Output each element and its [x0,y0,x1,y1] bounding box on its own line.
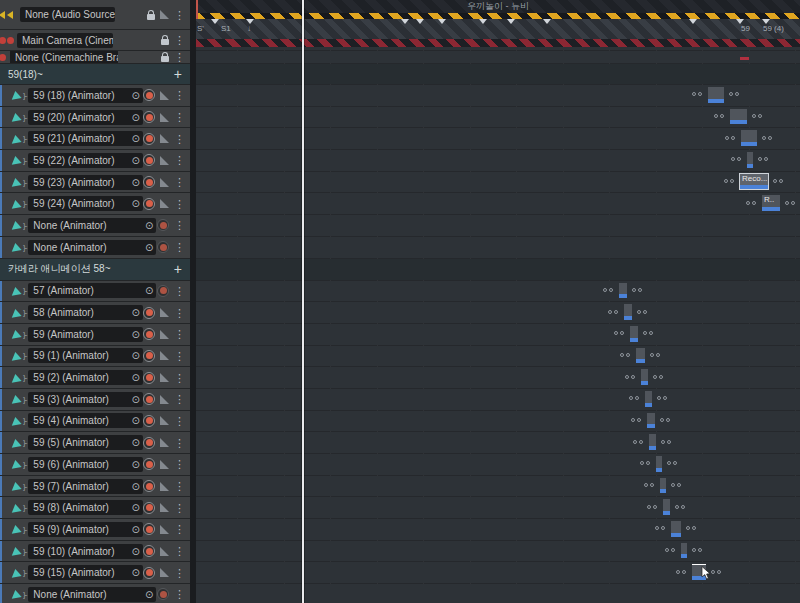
track-row-anim[interactable]: }-59 (1) (Animator)⊙⋮ [0,346,190,367]
track-row-anim[interactable]: }-59 (10) (Animator)⊙⋮ [0,541,190,562]
track-name-field[interactable]: None (Cinemachine Brair⊙ [10,51,118,63]
track-name-field[interactable]: None (Animator)⊙ [28,587,156,602]
timeline-track-row[interactable] [196,0,800,29]
add-track-button[interactable]: + [174,66,190,82]
kebab-menu-icon[interactable]: ⋮ [174,155,185,165]
timeline-track-row[interactable] [196,584,800,603]
curves-icon[interactable] [160,503,169,512]
timeline-clip[interactable] [656,456,662,472]
track-name-field[interactable]: 59 (18) (Animator)⊙ [28,88,143,103]
kebab-menu-icon[interactable]: ⋮ [174,438,185,448]
curves-icon[interactable] [160,199,169,208]
add-track-button[interactable]: + [174,261,190,277]
record-icon[interactable] [157,241,169,253]
track-row-anim[interactable]: }-59 (20) (Animator)⊙⋮ [0,107,190,128]
track-name-field[interactable]: 59 (3) (Animator)⊙ [28,392,143,407]
curves-icon[interactable] [160,568,169,577]
pick-object-icon[interactable]: ⊙ [128,394,140,405]
track-row-anim[interactable]: }-59 (9) (Animator)⊙⋮ [0,519,190,540]
record-icon[interactable] [143,372,155,384]
record-icon[interactable] [143,437,155,449]
timeline-clip[interactable] [681,543,687,559]
timeline-track-row[interactable] [196,128,800,149]
timeline-track-row[interactable] [196,389,800,410]
track-name-field[interactable]: 59 (7) (Animator)⊙ [28,479,143,494]
pick-object-icon[interactable]: ⊙ [128,307,140,318]
pick-object-icon[interactable]: ⊙ [141,242,153,253]
record-icon[interactable] [143,415,155,427]
record-icon[interactable] [143,545,155,557]
track-row-anim[interactable]: }-59 (4) (Animator)⊙⋮ [0,411,190,432]
timeline-track-row[interactable] [196,85,800,106]
kebab-menu-icon[interactable]: ⋮ [174,416,185,426]
track-name-field[interactable]: 59 (22) (Animator)⊙ [28,153,143,168]
timeline-track-row[interactable] [196,150,800,171]
curves-icon[interactable] [160,438,169,447]
timeline-track-row[interactable] [196,324,800,345]
record-icon[interactable] [143,567,155,579]
pick-object-icon[interactable]: ⊙ [128,567,140,578]
kebab-menu-icon[interactable]: ⋮ [174,373,185,383]
timeline-clip[interactable]: R.. [762,195,780,211]
track-name-field[interactable]: 59 (15) (Animator)⊙ [28,565,143,580]
track-name-field[interactable]: 59 (24) (Animator)⊙ [28,196,143,211]
track-name-field[interactable]: 59 (20) (Animator)⊙ [28,110,143,125]
timeline-group-row[interactable] [196,259,800,280]
curves-icon[interactable] [160,113,169,122]
kebab-menu-icon[interactable]: ⋮ [174,568,185,578]
track-row-cine[interactable]: None (Cinemachine Brair⊙⋮ [0,51,190,63]
lock-icon[interactable] [147,14,155,20]
timeline-track-row[interactable] [196,497,800,518]
playhead[interactable] [302,0,304,603]
curves-icon[interactable] [160,330,169,339]
pick-object-icon[interactable]: ⊙ [128,133,140,144]
timeline-track-row[interactable] [196,107,800,128]
track-name-field[interactable]: None (Audio Source)⊙ [20,7,115,22]
timeline-clip[interactable] [645,391,652,407]
timeline-track-row[interactable] [196,51,800,63]
track-row-anim[interactable]: }-None (Animator)⊙⋮ [0,215,190,236]
curves-icon[interactable] [160,134,169,143]
track-name-field[interactable]: 57 (Animator)⊙ [28,283,156,298]
pick-object-icon[interactable]: ⊙ [128,502,140,513]
kebab-menu-icon[interactable]: ⋮ [174,351,185,361]
track-name-field[interactable]: None (Animator)⊙ [28,240,156,255]
pick-object-icon[interactable]: ⊙ [128,524,140,535]
pick-object-icon[interactable]: ⊙ [128,350,140,361]
track-row-anim[interactable]: }-59 (5) (Animator)⊙⋮ [0,432,190,453]
record-icon[interactable] [157,588,169,600]
track-name-field[interactable]: None (Animator)⊙ [28,218,156,233]
kebab-menu-icon[interactable]: ⋮ [174,35,185,45]
timeline-group-row[interactable] [196,64,800,84]
timeline-clip[interactable] [708,87,724,103]
pick-object-icon[interactable]: ⊙ [128,415,140,426]
record-icon[interactable] [143,523,155,535]
timeline-track-row[interactable] [196,237,800,258]
curves-icon[interactable] [160,178,169,187]
record-icon[interactable] [143,328,155,340]
track-name-field[interactable]: 59 (6) (Animator)⊙ [28,457,143,472]
track-row-anim[interactable]: }-59 (Animator)⊙⋮ [0,324,190,345]
timeline-track-row[interactable] [196,30,800,50]
timeline-clip[interactable] [671,521,681,537]
timeline-track-row[interactable] [196,367,800,388]
track-row-anim[interactable]: }-59 (6) (Animator)⊙⋮ [0,454,190,475]
kebab-menu-icon[interactable]: ⋮ [174,112,185,122]
track-row-anim[interactable]: }-59 (3) (Animator)⊙⋮ [0,389,190,410]
record-icon[interactable] [143,393,155,405]
pick-object-icon[interactable]: ⊙ [128,372,140,383]
timeline-clip[interactable] [730,109,747,125]
curves-icon[interactable] [160,395,169,404]
timeline-clip[interactable] [636,348,645,364]
timeline-clip[interactable] [624,304,632,320]
track-row-anim[interactable]: }-59 (21) (Animator)⊙⋮ [0,128,190,149]
timeline-clip[interactable] [660,478,666,494]
track-row-anim[interactable]: }-None (Animator)⊙⋮ [0,237,190,258]
track-row-anim[interactable]: }-59 (8) (Animator)⊙⋮ [0,497,190,518]
track-name-field[interactable]: 59 (Animator)⊙ [28,327,143,342]
kebab-menu-icon[interactable]: ⋮ [174,459,185,469]
pick-object-icon[interactable]: ⊙ [128,481,140,492]
timeline-clip[interactable] [649,434,656,450]
curves-icon[interactable] [160,460,169,469]
timeline-track-row[interactable] [196,411,800,432]
